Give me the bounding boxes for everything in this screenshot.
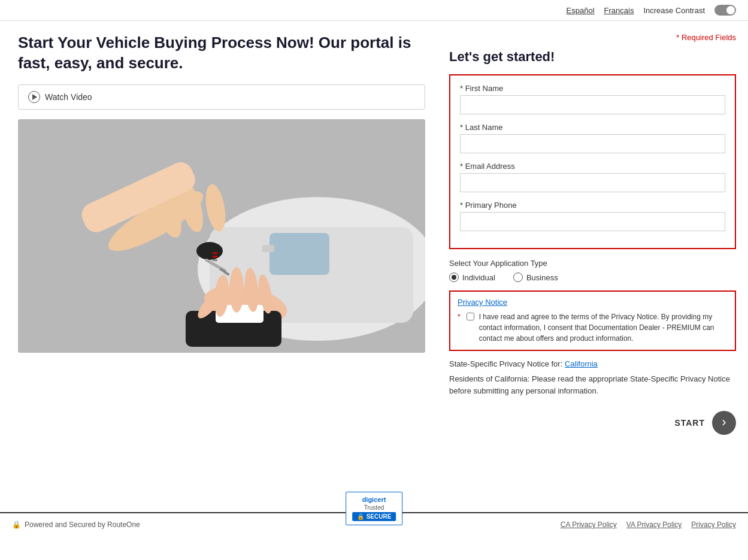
required-fields-box: * First Name * Last Name * Email Address… bbox=[449, 74, 736, 249]
espanol-link[interactable]: Español bbox=[567, 6, 595, 15]
svg-rect-14 bbox=[213, 256, 217, 258]
top-bar: Español Français Increase Contrast bbox=[0, 0, 748, 21]
last-name-group: * Last Name bbox=[460, 123, 725, 153]
digicert-secure: 🔒 SECURE bbox=[352, 512, 396, 521]
individual-radio-btn bbox=[449, 273, 459, 282]
email-input[interactable] bbox=[460, 173, 725, 192]
car-image bbox=[18, 119, 425, 353]
business-label: Business bbox=[526, 273, 558, 282]
svg-rect-4 bbox=[262, 245, 274, 252]
francais-link[interactable]: Français bbox=[604, 6, 634, 15]
california-link[interactable]: California bbox=[565, 359, 598, 368]
main-content: Start Your Vehicle Buying Process Now! O… bbox=[0, 21, 748, 512]
hero-heading: Start Your Vehicle Buying Process Now! O… bbox=[18, 33, 425, 74]
state-privacy-label: State-Specific Privacy Notice for: bbox=[449, 359, 562, 368]
individual-label: Individual bbox=[462, 273, 495, 282]
svg-point-12 bbox=[196, 242, 223, 260]
last-name-label: * Last Name bbox=[460, 123, 725, 132]
powered-label: Powered and Secured by RouteOne bbox=[25, 520, 140, 529]
svg-point-23 bbox=[229, 267, 244, 313]
ca-privacy-link[interactable]: CA Privacy Policy bbox=[561, 520, 617, 529]
radio-individual[interactable]: Individual bbox=[449, 273, 495, 282]
lock-icon: 🔒 bbox=[12, 520, 21, 529]
svg-rect-15 bbox=[213, 259, 217, 261]
watch-video-button[interactable]: Watch Video bbox=[18, 84, 425, 110]
business-radio-btn bbox=[513, 273, 523, 282]
first-name-group: * First Name bbox=[460, 84, 725, 114]
start-label: START bbox=[674, 418, 705, 428]
first-name-input[interactable] bbox=[460, 95, 725, 114]
contrast-toggle[interactable] bbox=[714, 5, 736, 16]
last-name-input[interactable] bbox=[460, 134, 725, 153]
contrast-label: Increase Contrast bbox=[643, 6, 705, 15]
right-panel: * Required Fields Let's get started! * F… bbox=[449, 27, 736, 500]
app-type-section: Select Your Application Type Individual … bbox=[449, 259, 736, 282]
start-row: START bbox=[449, 411, 736, 435]
footer-right: CA Privacy Policy VA Privacy Policy Priv… bbox=[561, 520, 736, 529]
radio-group: Individual Business bbox=[449, 273, 736, 282]
svg-rect-3 bbox=[269, 233, 329, 275]
first-name-label: * First Name bbox=[460, 84, 725, 93]
privacy-consent: * I have read and agree to the terms of … bbox=[458, 311, 728, 344]
digicert-title: digicert bbox=[362, 496, 386, 503]
email-label: * Email Address bbox=[460, 162, 725, 171]
privacy-box: Privacy Notice * I have read and agree t… bbox=[449, 290, 736, 351]
required-fields-note: * Required Fields bbox=[449, 33, 736, 42]
privacy-consent-text: I have read and agree to the terms of th… bbox=[479, 311, 728, 344]
state-privacy-note: Residents of California: Please read the… bbox=[449, 373, 736, 396]
phone-input[interactable] bbox=[460, 212, 725, 231]
footer-container: 🔒 Powered and Secured by RouteOne CA Pri… bbox=[0, 512, 748, 536]
watch-video-label: Watch Video bbox=[45, 92, 92, 102]
start-button[interactable] bbox=[712, 411, 736, 435]
phone-label: * Primary Phone bbox=[460, 201, 725, 210]
form-title: Let's get started! bbox=[449, 49, 736, 65]
svg-rect-13 bbox=[213, 252, 217, 254]
footer-left: 🔒 Powered and Secured by RouteOne bbox=[12, 520, 140, 529]
play-icon bbox=[28, 91, 40, 103]
state-privacy: State-Specific Privacy Notice for: Calif… bbox=[449, 359, 736, 368]
digicert-badge: digicert Trusted 🔒 SECURE bbox=[346, 492, 403, 525]
privacy-notice-link[interactable]: Privacy Notice bbox=[458, 298, 728, 307]
lock-small-icon: 🔒 bbox=[357, 513, 364, 520]
va-privacy-link[interactable]: VA Privacy Policy bbox=[626, 520, 682, 529]
privacy-policy-link[interactable]: Privacy Policy bbox=[691, 520, 736, 529]
privacy-checkbox[interactable] bbox=[467, 313, 474, 320]
left-panel: Start Your Vehicle Buying Process Now! O… bbox=[18, 27, 425, 500]
privacy-req-star: * bbox=[458, 311, 461, 322]
digicert-trusted: Trusted bbox=[364, 504, 384, 511]
radio-business[interactable]: Business bbox=[513, 273, 558, 282]
email-group: * Email Address bbox=[460, 162, 725, 192]
phone-group: * Primary Phone bbox=[460, 201, 725, 231]
app-type-label: Select Your Application Type bbox=[449, 259, 736, 268]
